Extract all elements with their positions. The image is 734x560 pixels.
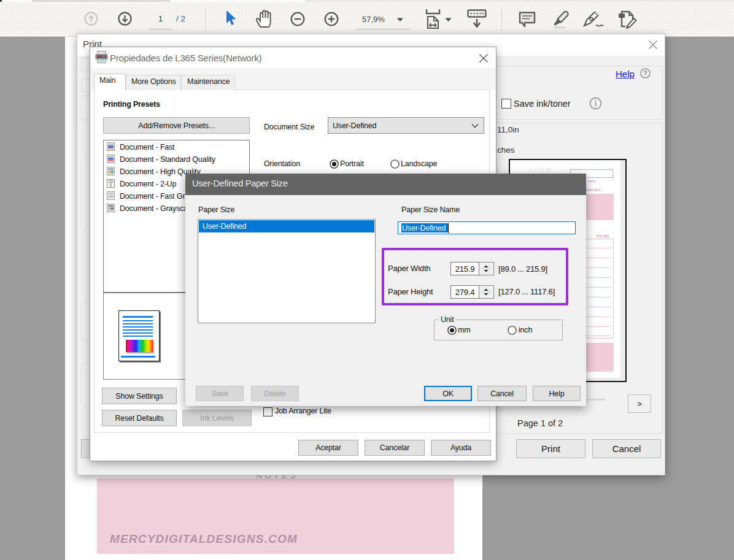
svg-text:1: 1 xyxy=(108,180,110,183)
svg-text:2: 2 xyxy=(112,180,114,183)
svg-text:?: ? xyxy=(643,69,647,77)
